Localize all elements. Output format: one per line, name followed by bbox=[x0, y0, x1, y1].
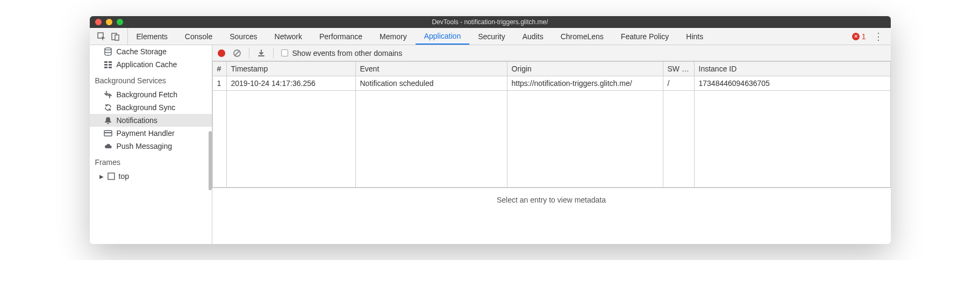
cell-origin: https://notification-triggers.glitch.me/ bbox=[507, 76, 663, 91]
clear-icon bbox=[233, 49, 241, 57]
sidebar-item-background-sync[interactable]: Background Sync bbox=[90, 101, 212, 114]
sidebar-section-background-services: Background Services bbox=[90, 71, 212, 88]
record-icon bbox=[218, 49, 225, 57]
sidebar-item-label: Push Messaging bbox=[117, 142, 173, 150]
tab-sources[interactable]: Sources bbox=[221, 28, 266, 45]
svg-rect-2 bbox=[115, 35, 119, 40]
svg-point-3 bbox=[105, 48, 111, 50]
window-title: DevTools - notification-triggers.glitch.… bbox=[90, 18, 891, 26]
events-table: # Timestamp Event Origin SW … Instance I… bbox=[212, 61, 891, 188]
tab-memory[interactable]: Memory bbox=[371, 28, 416, 45]
svg-rect-5 bbox=[109, 61, 112, 63]
sidebar-scrollbar[interactable] bbox=[209, 131, 212, 190]
col-header-instance[interactable]: Instance ID bbox=[694, 62, 890, 76]
error-indicator[interactable]: ✕ 1 bbox=[852, 32, 866, 41]
sidebar-item-cache-storage[interactable]: Cache Storage bbox=[90, 45, 212, 58]
tab-security[interactable]: Security bbox=[469, 28, 514, 45]
table-row[interactable]: 1 2019-10-24 14:17:36.256 Notification s… bbox=[212, 76, 890, 91]
sidebar-item-label: Payment Handler bbox=[117, 129, 175, 138]
maximize-window-button[interactable] bbox=[117, 19, 123, 25]
disclosure-triangle-icon[interactable]: ▶ bbox=[99, 174, 104, 179]
minimize-window-button[interactable] bbox=[106, 19, 112, 25]
sync-icon bbox=[104, 103, 112, 112]
show-other-domains-checkbox[interactable]: Show events from other domains bbox=[281, 49, 403, 57]
panel-tabs: Elements Console Sources Network Perform… bbox=[128, 28, 712, 45]
toolbar: Show events from other domains bbox=[212, 45, 891, 61]
tab-network[interactable]: Network bbox=[266, 28, 311, 45]
error-icon: ✕ bbox=[852, 33, 860, 40]
inspect-element-icon[interactable] bbox=[97, 32, 106, 41]
record-button[interactable] bbox=[218, 49, 225, 57]
frame-icon bbox=[107, 172, 116, 181]
devtools-window: DevTools - notification-triggers.glitch.… bbox=[90, 16, 891, 244]
cell-event: Notification scheduled bbox=[355, 76, 507, 91]
grid-icon bbox=[104, 60, 112, 69]
svg-rect-4 bbox=[104, 61, 108, 63]
svg-rect-9 bbox=[109, 67, 112, 68]
tab-audits[interactable]: Audits bbox=[514, 28, 552, 45]
inspect-tools bbox=[90, 28, 128, 45]
sidebar-item-label: Cache Storage bbox=[117, 47, 167, 56]
metadata-hint: Select an entry to view metadata bbox=[212, 188, 891, 215]
sidebar-item-background-fetch[interactable]: Background Fetch bbox=[90, 88, 212, 101]
sidebar-item-label: Application Cache bbox=[117, 60, 177, 69]
sidebar: Cache Storage Application Cache Backgrou… bbox=[90, 45, 212, 244]
svg-rect-8 bbox=[104, 67, 108, 68]
close-window-button[interactable] bbox=[95, 19, 102, 25]
tabs-right: ✕ 1 ⋮ bbox=[852, 28, 891, 45]
sidebar-item-notifications[interactable]: Notifications bbox=[90, 114, 212, 127]
main: Cache Storage Application Cache Backgrou… bbox=[90, 45, 891, 244]
fetch-icon bbox=[104, 90, 112, 99]
tab-application[interactable]: Application bbox=[416, 28, 470, 45]
tab-console[interactable]: Console bbox=[176, 28, 221, 45]
sidebar-section-frames: Frames bbox=[90, 153, 212, 170]
sidebar-item-label: top bbox=[119, 172, 129, 181]
bell-icon bbox=[104, 116, 112, 125]
toolbar-separator bbox=[249, 48, 249, 58]
table-empty-space bbox=[212, 91, 890, 188]
device-toolbar-icon[interactable] bbox=[111, 32, 120, 41]
cell-timestamp: 2019-10-24 14:17:36.256 bbox=[226, 76, 355, 91]
col-header-sw[interactable]: SW … bbox=[663, 62, 694, 76]
sidebar-item-label: Notifications bbox=[117, 116, 158, 125]
sidebar-item-push-messaging[interactable]: Push Messaging bbox=[90, 140, 212, 153]
svg-rect-12 bbox=[108, 173, 115, 179]
sidebar-item-label: Background Sync bbox=[117, 103, 176, 112]
window-controls bbox=[90, 19, 123, 25]
svg-line-14 bbox=[235, 51, 239, 55]
svg-rect-6 bbox=[104, 64, 108, 66]
download-icon bbox=[257, 49, 266, 57]
clear-button[interactable] bbox=[233, 49, 241, 57]
error-count: 1 bbox=[862, 32, 866, 41]
col-header-origin[interactable]: Origin bbox=[507, 62, 663, 76]
sidebar-item-frame-top[interactable]: ▶ top bbox=[90, 170, 212, 183]
cell-instance: 17348446094636705 bbox=[694, 76, 890, 91]
tab-elements[interactable]: Elements bbox=[128, 28, 176, 45]
checkbox-icon bbox=[281, 49, 288, 56]
sidebar-item-application-cache[interactable]: Application Cache bbox=[90, 58, 212, 71]
more-options-icon[interactable]: ⋮ bbox=[874, 31, 883, 42]
sidebar-item-payment-handler[interactable]: Payment Handler bbox=[90, 127, 212, 140]
table-header-row: # Timestamp Event Origin SW … Instance I… bbox=[212, 62, 890, 76]
cell-sw: / bbox=[663, 76, 694, 91]
tabs-bar: Elements Console Sources Network Perform… bbox=[90, 28, 891, 45]
card-icon bbox=[104, 129, 112, 138]
svg-rect-11 bbox=[104, 132, 112, 133]
svg-rect-7 bbox=[109, 64, 112, 66]
toolbar-separator bbox=[273, 48, 274, 58]
tab-hints[interactable]: Hints bbox=[677, 28, 712, 45]
col-header-event[interactable]: Event bbox=[355, 62, 507, 76]
sidebar-item-label: Background Fetch bbox=[117, 90, 178, 99]
content-panel: Show events from other domains # Timesta… bbox=[212, 45, 891, 244]
cloud-icon bbox=[104, 142, 112, 150]
col-header-num[interactable]: # bbox=[212, 62, 226, 76]
tab-feature-policy[interactable]: Feature Policy bbox=[612, 28, 677, 45]
database-icon bbox=[104, 47, 112, 56]
titlebar: DevTools - notification-triggers.glitch.… bbox=[90, 16, 891, 28]
col-header-timestamp[interactable]: Timestamp bbox=[226, 62, 355, 76]
checkbox-label: Show events from other domains bbox=[292, 49, 403, 57]
tab-performance[interactable]: Performance bbox=[311, 28, 371, 45]
tab-chromelens[interactable]: ChromeLens bbox=[552, 28, 612, 45]
download-button[interactable] bbox=[257, 49, 266, 57]
cell-num: 1 bbox=[212, 76, 226, 91]
